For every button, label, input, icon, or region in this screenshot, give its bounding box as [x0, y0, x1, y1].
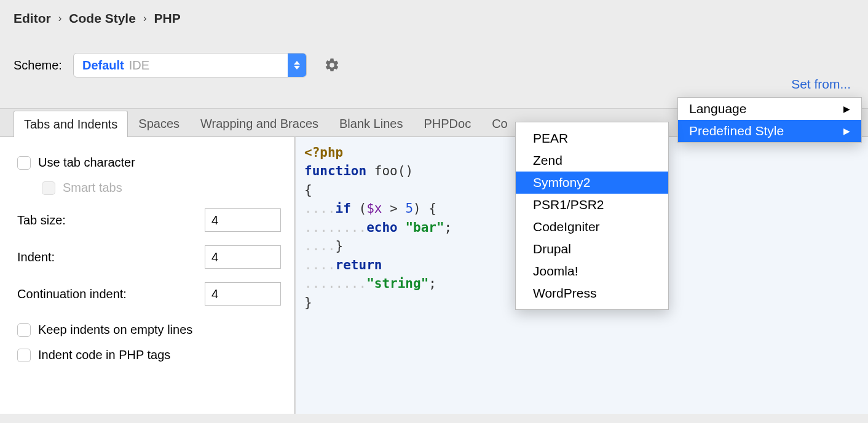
- tab-more[interactable]: Co: [481, 110, 518, 136]
- scheme-name: Default: [82, 58, 124, 73]
- code-if-kw: if: [336, 201, 351, 216]
- style-symfony2[interactable]: Symfony2: [516, 172, 668, 194]
- smart-tabs-checkbox: [42, 181, 55, 195]
- code-string: "string": [366, 276, 428, 291]
- code-bar: "bar": [405, 220, 444, 235]
- breadcrumb: Editor › Code Style › PHP: [14, 11, 854, 26]
- style-codeigniter[interactable]: CodeIgniter: [516, 216, 668, 238]
- cont-indent-label: Continuation indent:: [17, 287, 127, 301]
- gear-icon[interactable]: [324, 57, 340, 73]
- use-tab-label: Use tab character: [38, 156, 135, 170]
- indent-php-checkbox[interactable]: [17, 349, 31, 362]
- code-echo: echo: [366, 220, 398, 235]
- tab-blank-lines[interactable]: Blank Lines: [329, 110, 413, 136]
- indent-input[interactable]: [205, 245, 281, 269]
- indent-label: Indent:: [17, 250, 55, 264]
- menu-predefined-style[interactable]: Predefined Style ▶: [678, 120, 861, 142]
- code-open-tag: <?php: [304, 145, 343, 160]
- tab-size-input[interactable]: [205, 208, 281, 232]
- crumb-php[interactable]: PHP: [154, 11, 181, 26]
- crumb-editor[interactable]: Editor: [14, 11, 51, 26]
- scheme-scope: IDE: [129, 58, 149, 73]
- tab-size-label: Tab size:: [17, 213, 66, 227]
- set-from-link[interactable]: Set from...: [791, 77, 851, 92]
- tab-tabs-indents[interactable]: Tabs and Indents: [14, 111, 128, 137]
- style-zend[interactable]: Zend: [516, 149, 668, 172]
- code-return: return: [336, 258, 382, 272]
- scheme-dropdown[interactable]: Default IDE: [73, 53, 307, 77]
- options-panel: Use tab character Smart tabs Tab size: I…: [0, 137, 295, 414]
- chevron-right-icon: ▶: [843, 104, 850, 114]
- breadcrumb-sep: ›: [58, 12, 62, 25]
- svg-marker-1: [294, 66, 300, 69]
- use-tab-checkbox[interactable]: [17, 156, 31, 170]
- tab-phpdoc[interactable]: PHPDoc: [413, 110, 481, 136]
- style-wordpress[interactable]: WordPress: [516, 282, 668, 304]
- breadcrumb-sep: ›: [143, 12, 147, 25]
- cont-indent-input[interactable]: [205, 282, 281, 306]
- smart-tabs-label: Smart tabs: [63, 181, 122, 195]
- keep-empty-checkbox[interactable]: [17, 323, 31, 337]
- style-joomla[interactable]: Joomla!: [516, 260, 668, 282]
- style-pear[interactable]: PEAR: [516, 127, 668, 149]
- style-drupal[interactable]: Drupal: [516, 238, 668, 260]
- style-psr[interactable]: PSR1/PSR2: [516, 194, 668, 216]
- code-function-kw: function: [304, 164, 366, 178]
- indent-php-label: Indent code in PHP tags: [38, 348, 170, 362]
- chevron-updown-icon[interactable]: [288, 53, 306, 77]
- chevron-right-icon: ▶: [843, 126, 850, 136]
- svg-marker-0: [294, 61, 300, 65]
- tab-wrapping[interactable]: Wrapping and Braces: [190, 110, 329, 136]
- menu-language[interactable]: Language ▶: [678, 98, 861, 120]
- scheme-label: Scheme:: [14, 58, 62, 73]
- keep-empty-label: Keep indents on empty lines: [38, 323, 192, 337]
- code-func-name: foo: [374, 164, 398, 178]
- code-var: $x: [366, 201, 382, 216]
- set-from-menu: Language ▶ Predefined Style ▶: [677, 97, 862, 143]
- tab-spaces[interactable]: Spaces: [128, 110, 190, 136]
- predefined-style-menu: PEAR Zend Symfony2 PSR1/PSR2 CodeIgniter…: [515, 122, 669, 310]
- crumb-codestyle[interactable]: Code Style: [69, 11, 136, 26]
